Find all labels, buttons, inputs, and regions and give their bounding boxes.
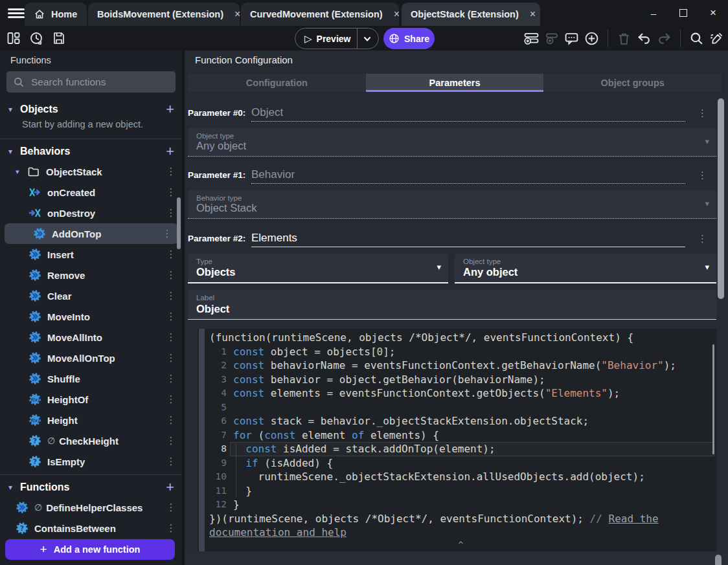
parameter-menu-button[interactable]: ⋮ <box>698 170 707 181</box>
item-menu-button[interactable]: ⋮ <box>165 311 177 322</box>
chevron-down-icon[interactable] <box>363 34 372 43</box>
add-functions-button[interactable]: + <box>166 480 174 494</box>
close-window-button[interactable]: × <box>698 6 728 19</box>
sidebar-item-insert[interactable]: Insert⋮ <box>0 244 182 265</box>
code-line-10[interactable]: 10 runtimeScene._objectStackExtension.al… <box>205 470 716 484</box>
item-menu-button[interactable]: ⋮ <box>165 166 177 177</box>
item-menu-button[interactable]: ⋮ <box>165 393 177 405</box>
code-line-12[interactable]: 12} <box>205 498 716 512</box>
search-box[interactable] <box>6 71 176 93</box>
parameter-name-input[interactable]: Object <box>251 106 283 119</box>
bottom-scrollbar[interactable] <box>715 555 722 565</box>
code-line-3[interactable]: 3const behavior = object.getBehavior(beh… <box>205 373 716 387</box>
sidebar-item-shuffle[interactable]: Shuffle⋮ <box>0 368 182 389</box>
undo-icon[interactable] <box>637 31 652 46</box>
tab-configuration[interactable]: Configuration <box>188 74 366 92</box>
share-button[interactable]: Share <box>383 28 435 49</box>
add-new-function-button[interactable]: + Add a new function <box>5 539 175 560</box>
close-tab-icon[interactable]: × <box>394 9 400 19</box>
sidebar-item-moveallontop[interactable]: MoveAllOnTop⋮ <box>0 348 182 368</box>
parameter-name-input[interactable]: Behavior <box>251 168 295 181</box>
item-menu-button[interactable]: ⋮ <box>165 414 177 426</box>
item-menu-button[interactable]: ⋮ <box>165 331 177 343</box>
code-line-11[interactable]: 11 } <box>205 484 716 498</box>
code-line-8[interactable]: 8 const isAdded = stack.addOnTop(element… <box>205 442 716 456</box>
tab-object-groups[interactable]: Object groups <box>543 74 722 92</box>
javascript-code-editor[interactable]: (function(runtimeScene, objects /*Object… <box>198 329 716 551</box>
section-functions[interactable]: ▾Functions+ <box>0 478 182 497</box>
object-type-select[interactable]: Object type Any object ▾ <box>455 254 716 283</box>
add-objects-button[interactable]: + <box>166 102 174 116</box>
main-scrollbar[interactable] <box>718 98 724 299</box>
label-input[interactable]: Label Object <box>188 290 716 320</box>
item-menu-button[interactable]: ⋮ <box>165 290 177 302</box>
code-line-1[interactable]: 1const object = objects[0]; <box>205 345 716 359</box>
tab-boidsmovement[interactable]: BoidsMovement (Extension) × <box>88 3 240 26</box>
close-tab-icon[interactable]: × <box>234 9 240 19</box>
sidebar-item-addontop[interactable]: AddOnTop⋮ <box>5 223 178 244</box>
parameter-menu-button[interactable]: ⋮ <box>698 233 707 245</box>
search-input[interactable] <box>30 76 169 89</box>
tab-home[interactable]: Home <box>25 3 87 26</box>
item-menu-button[interactable]: ⋮ <box>165 502 177 513</box>
code-line-4[interactable]: 4const elements = eventsFunctionContext.… <box>205 386 716 401</box>
documentation-link[interactable]: documentation and help <box>209 526 347 538</box>
type-select[interactable]: Type Objects ▾ <box>188 254 448 283</box>
item-menu-button[interactable]: ⋮ <box>165 456 177 467</box>
sidebar-item-containsbetween[interactable]: ?ContainsBetween⋮ <box>0 518 182 538</box>
collapse-editor-icon[interactable]: ^ <box>205 540 716 550</box>
panels-icon[interactable] <box>6 31 21 45</box>
sidebar-item-heightof[interactable]: f(x)HeightOf⋮ <box>0 389 182 410</box>
item-menu-button[interactable]: ⋮ <box>165 522 177 534</box>
sidebar-scrollbar[interactable] <box>177 197 181 249</box>
add-circle-icon[interactable] <box>584 31 599 46</box>
item-menu-button[interactable]: ⋮ <box>165 249 177 260</box>
maximize-button[interactable] <box>668 8 698 19</box>
sidebar-item-remove[interactable]: Remove⋮ <box>0 265 182 285</box>
code-line-2[interactable]: 2const behaviorName = eventsFunctionCont… <box>205 359 716 373</box>
add-behaviors-button[interactable]: + <box>166 144 174 159</box>
sidebar-item-isempty[interactable]: ?IsEmpty⋮ <box>0 451 182 472</box>
expander-icon[interactable]: ▾ <box>8 105 20 114</box>
sidebar-item-clear[interactable]: Clear⋮ <box>0 285 182 306</box>
tab-objectstack[interactable]: ObjectStack (Extension) × <box>402 3 540 26</box>
add-comment-icon[interactable] <box>564 31 579 46</box>
close-tab-icon[interactable]: × <box>530 9 536 19</box>
parameter-name-input[interactable]: Elements <box>251 232 297 245</box>
expander-icon[interactable]: ▾ <box>16 168 27 176</box>
item-menu-button[interactable]: ⋮ <box>165 186 177 198</box>
item-menu-button[interactable]: ⋮ <box>165 373 177 384</box>
documentation-link[interactable]: Read the <box>609 513 659 525</box>
main-menu-button[interactable] <box>8 8 25 19</box>
item-menu-button[interactable]: ⋮ <box>165 207 177 219</box>
sidebar-item-moveinto[interactable]: MoveInto⋮ <box>0 306 182 327</box>
item-menu-button[interactable]: ⋮ <box>165 269 177 281</box>
tab-parameters[interactable]: Parameters <box>366 74 544 92</box>
add-event-icon[interactable] <box>524 31 539 46</box>
sidebar-item-moveallinto[interactable]: MoveAllInto⋮ <box>0 327 182 348</box>
sidebar-item-definehelperclasses[interactable]: ∅DefineHelperClasses⋮ <box>0 497 182 518</box>
section-objects[interactable]: ▾Objects+ <box>0 100 182 119</box>
code-line-5[interactable]: 5 <box>205 401 716 415</box>
editor-scrollbar[interactable] <box>712 344 714 454</box>
sidebar-item-oncreated[interactable]: onCreated⋮ <box>0 182 182 203</box>
expander-icon[interactable]: ▾ <box>8 147 20 156</box>
item-menu-button[interactable]: ⋮ <box>165 435 177 447</box>
history-icon[interactable] <box>29 31 43 45</box>
section-behaviors[interactable]: ▾Behaviors+ <box>0 142 182 161</box>
sidebar-item-checkheight[interactable]: ?∅CheckHeight⋮ <box>0 430 182 451</box>
preview-button[interactable]: ▷ Preview <box>295 28 379 49</box>
save-icon[interactable] <box>52 31 66 45</box>
sidebar-item-height[interactable]: f(x)Height⋮ <box>0 410 182 430</box>
expander-icon[interactable]: ▾ <box>8 483 20 492</box>
item-menu-button[interactable]: ⋮ <box>161 228 173 239</box>
code-line-9[interactable]: 9 if (isAdded) { <box>205 456 716 471</box>
sidebar-item-ondestroy[interactable]: onDestroy⋮ <box>0 203 182 223</box>
sidebar-item-objectstack[interactable]: ▾ObjectStack⋮ <box>0 161 182 182</box>
code-line-7[interactable]: 7for (const element of elements) { <box>205 428 716 443</box>
tab-curvedmovement[interactable]: CurvedMovement (Extension) × <box>241 3 399 26</box>
code-line-6[interactable]: 6const stack = behavior._objectStackExte… <box>205 414 716 428</box>
minimize-button[interactable]: – <box>639 8 668 19</box>
parameter-menu-button[interactable]: ⋮ <box>698 107 707 119</box>
search-icon[interactable] <box>689 31 704 46</box>
